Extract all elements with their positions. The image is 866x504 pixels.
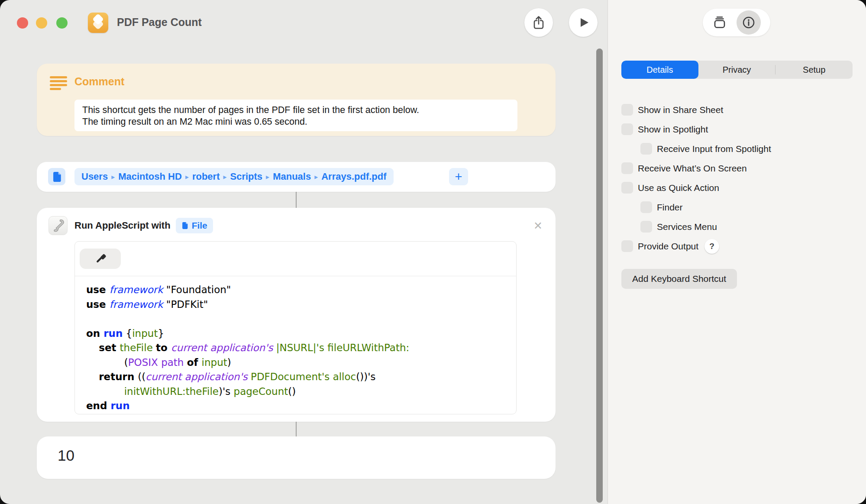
code-line: use framework "PDFKit" [86,297,516,312]
shortcuts-window: PDF Page Count Comment This shortcut get… [0,0,866,504]
window-title: PDF Page Count [117,16,202,29]
code-line: use framework "Foundation" [86,283,516,297]
path-segment[interactable]: Arrays.pdf.pdf [321,171,386,182]
option-label: Services Menu [657,222,717,232]
checkbox-finder[interactable] [640,201,652,213]
applescript-header: Run AppleScript with File [74,217,213,234]
comment-line: The timing result on an M2 Mac mini was … [82,116,510,128]
breadcrumb-separator: ▸ [262,173,273,181]
compile-script-button[interactable] [80,249,121,269]
checkbox-provide-output[interactable] [621,240,633,252]
option-row-services-menu: Services Menu [621,217,855,236]
output-value: 10 [58,447,74,464]
hammer-icon [94,252,107,266]
document-icon [181,221,188,230]
details-options-list: Show in Share SheetShow in SpotlightRece… [621,100,855,256]
code-line [86,312,516,326]
comment-action-card[interactable]: Comment This shortcut gets the number of… [37,64,556,136]
file-path-breadcrumb[interactable]: Users▸Macintosh HD▸robert▸Scripts▸Manual… [74,168,394,185]
option-label: Use as Quick Action [638,183,719,193]
shortcut-details-toggle[interactable] [737,10,761,35]
option-row-receive-what-s-on-screen: Receive What’s On Screen [621,158,855,178]
close-window-button[interactable] [17,17,28,29]
code-line: initWithURL:theFile)'s pageCount() [86,384,516,399]
applescript-action-title: Run AppleScript with [74,220,171,231]
option-row-receive-input-from-spotlight: Receive Input from Spotlight [621,139,855,158]
shortcuts-icon [88,13,108,33]
file-action-icon-tile [48,168,65,185]
tab-privacy[interactable]: Privacy [698,61,776,79]
help-button[interactable]: ? [704,239,719,254]
path-segment[interactable]: robert [192,171,220,182]
breadcrumb-separator: ▸ [220,173,230,181]
code-line: (POSIX path of input) [86,355,516,370]
tab-details[interactable]: Details [621,61,698,79]
option-label: Show in Share Sheet [638,105,723,115]
add-keyboard-shortcut-button[interactable]: Add Keyboard Shortcut [621,269,737,289]
document-icon [52,171,62,183]
zoom-window-button[interactable] [56,17,68,29]
path-segment[interactable]: Macintosh HD [118,171,182,182]
remove-action-button[interactable]: ✕ [533,218,543,233]
checkbox-services-menu[interactable] [640,221,652,233]
scroll-icon [50,218,66,233]
applescript-editor: use framework "Foundation"use framework … [74,241,517,414]
share-icon [531,15,546,30]
editor-toolbar [75,242,516,276]
option-row-use-as-quick-action: Use as Quick Action [621,178,855,197]
minimize-window-button[interactable] [36,17,47,29]
option-row-show-in-spotlight: Show in Spotlight [621,120,855,139]
checkbox-use-as-quick-action[interactable] [621,182,633,194]
option-label: Provide Output [638,241,698,252]
inspector-view-toggle [703,9,770,36]
code-line: on run {input} [86,326,516,341]
action-library-toggle[interactable] [703,9,737,36]
action-connector [296,422,297,436]
tab-setup[interactable]: Setup [776,61,853,79]
path-segment[interactable]: Users [81,171,108,182]
option-label: Receive Input from Spotlight [657,144,771,154]
play-icon [576,15,591,30]
info-icon [741,15,756,30]
action-connector [296,192,297,208]
option-label: Receive What’s On Screen [638,163,747,174]
comment-icon [50,76,67,92]
add-file-button[interactable]: + [449,168,468,185]
code-line: end run [86,399,516,414]
inspector-tabs: DetailsPrivacySetup [621,61,853,79]
breadcrumb-separator: ▸ [108,173,118,181]
checkbox-receive-input-from-spotlight[interactable] [640,143,652,155]
breadcrumb-separator: ▸ [311,173,321,181]
breadcrumb-separator: ▸ [182,173,192,181]
applescript-icon-tile [48,216,68,235]
option-label: Show in Spotlight [638,124,708,135]
applescript-input-pill[interactable]: File [176,218,213,233]
stack-icon [712,15,727,30]
share-button[interactable] [524,8,553,37]
comment-line: This shortcut gets the number of pages i… [82,104,510,116]
applescript-code[interactable]: use framework "Foundation"use framework … [75,276,516,414]
path-segment[interactable]: Scripts [230,171,263,182]
output-card: 10 [37,436,556,479]
vertical-scrollbar[interactable] [596,48,603,503]
option-row-provide-output: Provide Output? [621,236,855,256]
path-segment[interactable]: Manuals [273,171,311,182]
checkbox-receive-what-s-on-screen[interactable] [621,162,633,174]
applescript-input-label: File [192,220,207,231]
comment-action-title: Comment [74,75,124,88]
code-line: set theFile to current application's |NS… [86,341,516,355]
code-line: return ((current application's PDFDocume… [86,370,516,384]
checkbox-show-in-share-sheet[interactable] [621,104,633,116]
comment-text-field[interactable]: This shortcut gets the number of pages i… [74,100,517,131]
option-row-show-in-share-sheet: Show in Share Sheet [621,100,855,120]
option-row-finder: Finder [621,197,855,217]
inspector-panel: DetailsPrivacySetup Show in Share SheetS… [607,0,866,504]
run-applescript-action-card[interactable]: Run AppleScript with File ✕ [37,208,556,422]
checkbox-show-in-spotlight[interactable] [621,123,633,135]
option-label: Finder [657,202,683,213]
run-shortcut-button[interactable] [569,8,598,37]
file-action-card[interactable]: Users▸Macintosh HD▸robert▸Scripts▸Manual… [37,162,556,192]
